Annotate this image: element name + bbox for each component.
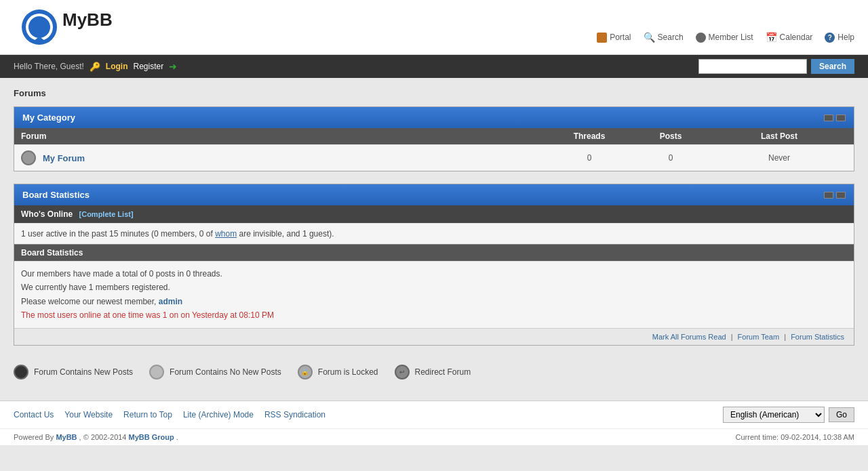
register-link[interactable]: Register (133, 62, 163, 71)
svg-point-2 (28, 16, 50, 38)
mark-all-read-link[interactable]: Mark All Forums Read (652, 333, 726, 341)
current-time-wrapper: Current time: 09-02-2014, 10:38 AM (736, 433, 855, 441)
current-time-value: 09-02-2014, 10:38 AM (781, 433, 854, 441)
logo: MyBB (14, 7, 149, 47)
legend-no-new-posts: Forum Contains No New Posts (149, 365, 281, 380)
stats-line2: We currently have 1 members registered. (21, 281, 847, 294)
stats-line4: The most users online at one time was 1 … (21, 308, 847, 322)
collapse-icon-2[interactable] (836, 115, 846, 121)
toolbar-search-button[interactable]: Search (811, 59, 854, 74)
category-block: My Category Forum Threads Posts Last Pos… (14, 106, 854, 171)
online-status-text: 1 user active in the past 15 minutes (0 … (14, 223, 854, 244)
legend: Forum Contains New Posts Forum Contains … (14, 358, 854, 390)
forum-posts-count: 0 (630, 153, 711, 163)
board-stats-subheader: Board Statistics (14, 244, 854, 261)
stats-title: Board Statistics (22, 190, 90, 200)
whom-link[interactable]: whom (215, 229, 237, 239)
calendar-link[interactable]: 📅 Calendar (766, 32, 813, 43)
search-icon: 🔍 (644, 32, 655, 43)
nav-links: Portal 🔍 Search Member List 📅 Calendar ?… (597, 32, 854, 43)
login-icon: 🔑 (90, 62, 100, 72)
mybb-group-link[interactable]: MyBB Group (129, 433, 174, 441)
stats-line4-num: 1 (163, 310, 167, 320)
locked-icon: 🔒 (298, 365, 313, 380)
language-select[interactable]: English (American) (723, 407, 825, 423)
search-link[interactable]: 🔍 Search (644, 32, 684, 43)
greeting-text: Hello There, Guest! (14, 62, 84, 71)
portal-link[interactable]: Portal (597, 33, 631, 43)
mybb-link[interactable]: MyBB (56, 433, 77, 441)
col-forum: Forum (21, 131, 549, 141)
portal-label: Portal (610, 33, 631, 42)
new-posts-label: Forum Contains New Posts (34, 367, 133, 377)
col-lastpost: Last Post (711, 131, 847, 141)
board-stats-content: Our members have made a total of 0 posts… (14, 261, 854, 328)
calendar-icon: 📅 (766, 32, 777, 43)
redirect-label: Redirect Forum (415, 367, 471, 377)
footer-links: Contact Us Your Website Return to Top Li… (14, 410, 326, 419)
board-stats-label: Board Statistics (21, 248, 83, 258)
forum-threads-count: 0 (549, 153, 630, 163)
current-time-label: Current time: (736, 433, 779, 441)
stats-collapse-icon-1[interactable] (824, 192, 833, 199)
help-link[interactable]: ? Help (825, 33, 854, 43)
new-posts-icon (14, 365, 28, 380)
memberlist-label: Member List (709, 33, 753, 42)
complete-list-link[interactable]: [Complete List] (79, 210, 134, 218)
stats-collapse-icons (824, 192, 846, 199)
stats-line3: Please welcome our newest member, admin (21, 295, 847, 308)
legend-new-posts: Forum Contains New Posts (14, 365, 133, 380)
forum-statistics-link[interactable]: Forum Statistics (791, 333, 844, 341)
table-row: My Forum 0 0 Never (14, 144, 854, 171)
stats-block: Board Statistics Who's Online [Complete … (14, 184, 854, 346)
help-icon: ? (825, 33, 835, 43)
locked-label: Forum is Locked (318, 367, 378, 377)
language-go-button[interactable]: Go (829, 407, 854, 422)
stats-line3-pre: Please welcome our newest member, (21, 297, 156, 306)
whos-online-label: Who's Online (21, 209, 73, 219)
lite-mode-link[interactable]: Lite (Archive) Mode (183, 410, 254, 419)
forum-column-headers: Forum Threads Posts Last Post (14, 128, 854, 144)
stats-footer: Mark All Forums Read | Forum Team | Foru… (14, 328, 854, 345)
stats-header: Board Statistics (14, 184, 854, 205)
footer-bottom: Powered By MyBB , © 2002-2014 MyBB Group… (0, 428, 868, 445)
toolbar-left: Hello There, Guest! 🔑 Login Register ➜ (14, 61, 177, 72)
stats-line4-pre: The most users online at one time was (21, 310, 160, 320)
content: Forums My Category Forum Threads Posts L… (0, 78, 868, 401)
footer: Contact Us Your Website Return to Top Li… (0, 401, 868, 428)
category-collapse-icons (824, 115, 846, 121)
header: MyBB Portal 🔍 Search Member List 📅 Calen… (0, 0, 868, 55)
register-arrow-icon: ➜ (169, 61, 177, 72)
forum-lastpost: Never (711, 153, 847, 163)
login-link[interactable]: Login (106, 62, 128, 71)
your-website-link[interactable]: Your Website (64, 410, 113, 419)
newest-member-link[interactable]: admin (159, 297, 182, 306)
powered-by-mid: , © 2002-2014 (79, 433, 127, 441)
category-title: My Category (22, 112, 75, 123)
stats-collapse-icon-2[interactable] (836, 192, 846, 199)
no-new-posts-icon (149, 365, 164, 380)
category-header: My Category (14, 107, 854, 128)
logo-image: MyBB (14, 7, 149, 47)
redirect-icon: ↩ (395, 365, 410, 380)
legend-locked: 🔒 Forum is Locked (298, 365, 378, 380)
forum-name-cell: My Forum (21, 150, 549, 165)
return-to-top-link[interactable]: Return to Top (123, 410, 172, 419)
collapse-icon-1[interactable] (824, 115, 833, 121)
stats-line4-post: on Yesterday at 08:10 PM (180, 310, 273, 320)
breadcrumb: Forums (14, 88, 854, 98)
contact-us-link[interactable]: Contact Us (14, 410, 54, 419)
stats-line1: Our members have made a total of 0 posts… (21, 267, 847, 281)
whos-online-header: Who's Online [Complete List] (14, 205, 854, 223)
col-posts: Posts (630, 131, 711, 141)
no-new-posts-label: Forum Contains No New Posts (170, 367, 281, 377)
rss-link[interactable]: RSS Syndication (264, 410, 326, 419)
memberlist-link[interactable]: Member List (696, 33, 753, 43)
footer-language-selector: English (American) Go (723, 407, 854, 423)
toolbar-search-input[interactable] (698, 59, 807, 74)
help-label: Help (837, 33, 854, 42)
forum-team-link[interactable]: Forum Team (738, 333, 780, 341)
powered-by: Powered By MyBB , © 2002-2014 MyBB Group… (14, 433, 178, 441)
search-label: Search (658, 33, 684, 42)
forum-link[interactable]: My Forum (43, 153, 85, 163)
